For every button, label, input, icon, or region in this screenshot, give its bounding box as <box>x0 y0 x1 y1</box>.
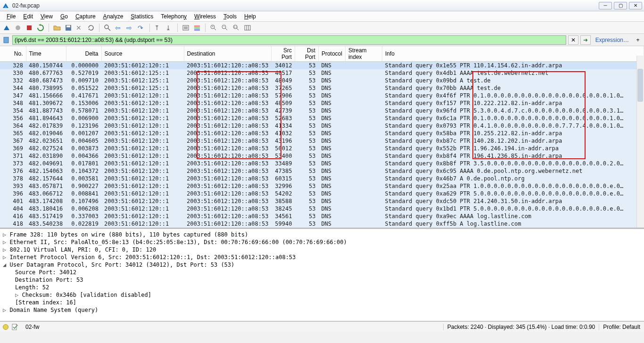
packet-header-row[interactable]: No. Time Delta Source Destination Src Po… <box>0 46 644 62</box>
menu-statistics[interactable]: Statistics <box>127 12 157 21</box>
menu-view[interactable]: View <box>37 12 57 21</box>
table-row[interactable]: 373482.0496910.0178012003:51:6012:120::1… <box>0 160 644 167</box>
table-row[interactable]: 396483.0667120.0088412003:51:6012:120::1… <box>0 190 644 197</box>
cell-dp: 53 <box>295 145 318 152</box>
menu-telephony[interactable]: Telephony <box>157 12 190 21</box>
toolbar-last-icon[interactable]: ⤓ <box>165 23 174 33</box>
menu-help[interactable]: Help <box>240 12 260 21</box>
toolbar-stop-capture-icon[interactable] <box>25 23 34 33</box>
detail-line[interactable]: Internet Protocol Version 6, Src: 2003:5… <box>3 253 641 261</box>
menu-capture[interactable]: Capture <box>72 12 99 21</box>
toolbar-autoscroll-icon[interactable] <box>181 23 190 33</box>
cell-delta: 0.003873 <box>66 145 101 152</box>
cell-src: 2003:51:6012:120::1 <box>101 122 184 130</box>
toolbar-save-icon[interactable] <box>64 23 73 33</box>
packet-details-pane[interactable]: Frame 328: 110 bytes on wire (880 bits),… <box>0 229 644 321</box>
toolbar-capture-options-icon[interactable] <box>13 23 23 33</box>
table-row[interactable]: 332480.6874730.0097102003:51:6012:125::1… <box>0 77 644 84</box>
table-row[interactable]: 330480.6777630.5270192003:51:6012:125::1… <box>0 69 644 77</box>
toolbar-zoom-in-icon[interactable]: + <box>209 23 218 33</box>
status-profile[interactable]: Profile: Default <box>599 324 644 330</box>
detail-line[interactable]: 802.1Q Virtual LAN, PRI: 0, CFI: 0, ID: … <box>3 246 641 253</box>
minimize-button[interactable]: ─ <box>599 2 612 9</box>
table-row[interactable]: 344480.7389950.0515222003:51:6012:125::1… <box>0 84 644 92</box>
bookmark-filter-icon[interactable] <box>2 36 10 44</box>
toolbar-restart-capture-icon[interactable] <box>36 23 45 33</box>
table-row[interactable]: 367482.0236510.0046052003:51:6012:120::1… <box>0 137 644 145</box>
cell-no: 393 <box>0 182 26 190</box>
apply-filter-button[interactable]: ➜ <box>580 35 591 45</box>
packet-table[interactable]: No. Time Delta Source Destination Src Po… <box>0 46 644 228</box>
toolbar-find-icon[interactable] <box>103 23 112 33</box>
packet-scrollbar[interactable] <box>636 56 644 228</box>
detail-line[interactable]: Length: 52 <box>3 284 641 291</box>
toolbar-colorize-icon[interactable] <box>192 23 202 33</box>
col-no[interactable]: No. <box>0 46 26 62</box>
menu-wireless[interactable]: Wireless <box>190 12 220 21</box>
col-destination[interactable]: Destination <box>184 46 271 62</box>
toolbar-close-icon[interactable]: ✕ <box>75 23 84 33</box>
table-row[interactable]: 418483.5402380.0228192003:51:6012:120::1… <box>0 220 644 228</box>
display-filter-input[interactable] <box>12 35 566 45</box>
menu-file[interactable]: File <box>3 12 19 21</box>
table-row[interactable]: 404483.1804160.0062082003:51:6012:120::1… <box>0 205 644 212</box>
cell-dp: 53 <box>295 84 318 92</box>
col-srcport[interactable]: Src Port <box>271 46 295 62</box>
detail-line[interactable]: Checksum: 0x346b [validation disabled] <box>3 291 641 299</box>
cell-time: 482.027524 <box>26 145 66 152</box>
close-button[interactable]: ✕ <box>629 2 642 9</box>
toolbar-open-icon[interactable] <box>52 23 62 33</box>
toolbar-zoom-out-icon[interactable]: − <box>220 23 230 33</box>
table-row[interactable]: 328480.1507440.0000002003:51:6012:120::1… <box>0 62 644 70</box>
toolbar-resize-columns-icon[interactable] <box>243 23 252 33</box>
expert-info-led-icon[interactable] <box>3 324 8 330</box>
col-time[interactable]: Time <box>26 46 66 62</box>
detail-line[interactable]: Source Port: 34012 <box>3 269 641 276</box>
menu-go[interactable]: Go <box>57 12 72 21</box>
table-row[interactable]: 348481.3096720.1530062003:51:6012:120::1… <box>0 99 644 107</box>
table-row[interactable]: 354481.8877430.5780712003:51:6012:120::1… <box>0 107 644 114</box>
table-row[interactable]: 365482.0190460.0012072003:51:6012:120::1… <box>0 130 644 137</box>
toolbar-reload-icon[interactable] <box>86 23 96 33</box>
col-dstport[interactable]: Dst Port <box>295 46 318 62</box>
detail-line[interactable]: [Stream index: 16] <box>3 299 641 306</box>
table-row[interactable]: 401483.1742080.1074962003:51:6012:120::1… <box>0 197 644 205</box>
col-info[interactable]: Info <box>382 46 644 62</box>
col-delta[interactable]: Delta <box>66 46 101 62</box>
table-row[interactable]: 416483.5174190.3370032003:51:6012:120::1… <box>0 212 644 220</box>
menu-edit[interactable]: Edit <box>19 12 37 21</box>
table-row[interactable]: 356481.8946430.0069002003:51:6012:120::1… <box>0 114 644 122</box>
col-source[interactable]: Source <box>101 46 184 62</box>
cell-info: Standard query 0x8b8f PTR 3.5.0.0.0.0.0.… <box>382 160 644 167</box>
toolbar-first-icon[interactable]: ⤒ <box>153 23 163 33</box>
col-streamindex[interactable]: Stream index <box>345 46 382 62</box>
table-row[interactable]: 378482.1576440.0035812003:51:6012:120::1… <box>0 175 644 182</box>
table-row[interactable]: 369482.0275240.0038732003:51:6012:120::1… <box>0 145 644 152</box>
add-filter-button[interactable]: + <box>634 37 642 43</box>
toolbar-zoom-reset-icon[interactable]: 1:1 <box>231 23 241 33</box>
toolbar-start-capture-icon[interactable] <box>2 23 11 33</box>
table-row[interactable]: 347481.1566660.4176712003:51:6012:120::1… <box>0 92 644 99</box>
cell-info: Standard query 0x96fd PTR 5.3.0.0.4.d.7.… <box>382 107 644 114</box>
toolbar-goto-icon[interactable]: ↷ <box>137 23 146 33</box>
table-row[interactable]: 371482.0318900.0043662003:51:6012:120::1… <box>0 152 644 160</box>
detail-line[interactable]: User Datagram Protocol, Src Port: 34012 … <box>3 261 641 269</box>
detail-line[interactable]: Domain Name System (query) <box>3 306 641 314</box>
capture-file-properties-icon[interactable] <box>11 323 19 331</box>
cell-si <box>345 130 382 137</box>
toolbar-prev-icon[interactable]: ⇦ <box>114 23 124 33</box>
detail-line[interactable]: Frame 328: 110 bytes on wire (880 bits),… <box>3 231 641 238</box>
detail-line[interactable]: Ethernet II, Src: PaloAlto_05:8e:13 (b4:… <box>3 238 641 246</box>
table-row[interactable]: 364482.0178390.1231962003:51:6012:120::1… <box>0 122 644 130</box>
menu-tools[interactable]: Tools <box>220 12 240 21</box>
cell-sp: 33489 <box>271 160 295 167</box>
table-row[interactable]: 393483.0578710.9002272003:51:6012:120::1… <box>0 182 644 190</box>
col-protocol[interactable]: Protocol <box>318 46 345 62</box>
expression-button[interactable]: Expression… <box>593 37 632 43</box>
maximize-button[interactable]: ▢ <box>614 2 627 9</box>
menu-analyze[interactable]: Analyze <box>99 12 127 21</box>
toolbar-next-icon[interactable]: ⇨ <box>125 23 135 33</box>
detail-line[interactable]: Destination Port: 53 <box>3 276 641 284</box>
clear-filter-button[interactable]: ✕ <box>568 35 578 45</box>
table-row[interactable]: 376482.1540630.1043722003:51:6012:120::1… <box>0 167 644 175</box>
